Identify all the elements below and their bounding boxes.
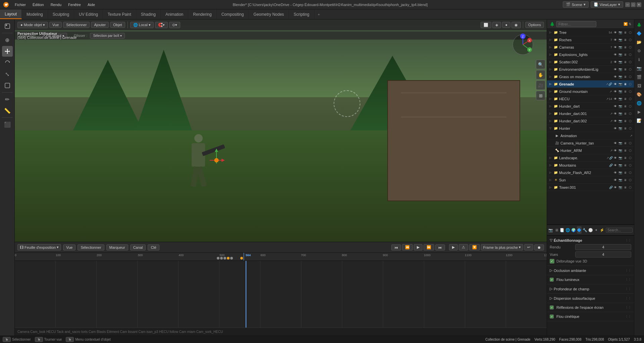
outliner-item-ground[interactable]: ▷ 📁 Ground mountain ↗ 👁 📷 🖥 ⬡ [547, 88, 634, 95]
outliner-search[interactable] [556, 21, 596, 27]
visibility-select-mzl[interactable]: ⬡ [628, 170, 633, 175]
maximize-button[interactable]: □ [631, 2, 636, 7]
outliner-item-camera-hunter[interactable]: 🎥 Camera_Hunter_tan 👁 📷 🖥 ⬡ [547, 139, 634, 147]
frame-mode-button[interactable]: Frame la plus proche ▾ [481, 244, 523, 250]
visibility-select-env[interactable]: ⬡ [628, 67, 633, 72]
expand-arrow-hunder-dart[interactable]: ▷ [548, 104, 552, 108]
outliner-item-env[interactable]: ▷ 📁 EnvironmentAmbientLig 👁 📷 🖥 ⬡ [547, 66, 634, 73]
visibility-viewport-cameras[interactable]: 🖥 [623, 45, 628, 50]
axis-gizmo[interactable]: Z Y X [511, 33, 535, 56]
zoom-in-button[interactable]: 🔍 [536, 60, 545, 69]
timeline-view-button[interactable]: Vue [63, 244, 76, 250]
flou-lumineux-checkbox[interactable]: ✓ [550, 278, 554, 282]
dispersion-menu[interactable]: ⋮⋮ [625, 297, 631, 300]
expand-arrow-grenade[interactable]: ▷ [548, 82, 552, 86]
visibility-viewport-grass[interactable]: 🖥 [623, 74, 628, 79]
visibility-eye-ch[interactable]: 👁 [613, 141, 617, 146]
outliner-item-explosions[interactable]: ▷ 📁 Explosions_lights 👁 📷 🖥 ⬡ [547, 51, 634, 58]
visibility-eye-explosions[interactable]: 👁 [613, 52, 617, 57]
visibility-viewport-twr[interactable]: 🖥 [623, 185, 628, 190]
visibility-render-sun[interactable]: 📷 [618, 178, 623, 182]
visibility-render-mts[interactable]: 📷 [618, 163, 623, 168]
sampling-section-title[interactable]: ▽ Échantillonnage ⋮⋮ [550, 237, 631, 243]
visibility-select-hecu[interactable]: ⬡ [628, 97, 633, 101]
outliner-item-muzzle[interactable]: ▷ 📁 Muzzle_Flash_AR2 👁 📷 🖥 ⬡ [547, 169, 634, 176]
proportional-button[interactable]: ⊙▾ [169, 22, 180, 28]
visibility-eye-ground[interactable]: 👁 [613, 89, 617, 94]
visibility-select-mts[interactable]: ⬡ [628, 163, 633, 168]
tab-geometry-nodes[interactable]: Geometry Nodes [249, 9, 289, 19]
sync-button[interactable]: ⚠ [459, 244, 468, 250]
right-icon-script[interactable]: 📝 [635, 117, 643, 125]
slide-selector[interactable]: Sélection par boît ▾ [90, 33, 125, 39]
viewport-mode-button[interactable]: ● Mode objet ▾ [17, 22, 48, 28]
timeline-main[interactable] [15, 261, 547, 328]
menu-aide[interactable]: Aide [85, 2, 98, 7]
visibility-select-hd[interactable]: ⬡ [628, 104, 633, 109]
visibility-select-ch[interactable]: ⬡ [628, 141, 633, 146]
options-button[interactable]: Options [525, 22, 544, 28]
snap-button[interactable]: 🧲▾ [155, 22, 168, 28]
flou-cin-checkbox[interactable]: ✓ [550, 315, 554, 319]
visibility-render-cameras[interactable]: 📷 [618, 45, 623, 50]
tab-animation[interactable]: Animation [161, 9, 188, 19]
visibility-render-hd[interactable]: 📷 [618, 104, 623, 109]
visibility-eye-cameras[interactable]: 👁 [613, 45, 617, 50]
record-button[interactable]: ⏺ [534, 244, 544, 250]
expand-arrow-hunter[interactable]: ▽ [548, 126, 552, 130]
visibility-render-env[interactable]: 📷 [618, 67, 623, 72]
visibility-viewport-hd[interactable]: 🖥 [623, 104, 628, 109]
prop-tab-material[interactable]: ⚪ [588, 226, 593, 234]
visibility-render-hunter[interactable]: 📷 [618, 126, 623, 131]
outliner-item-tower[interactable]: ▷ 📁 Tower.001 🔗 👁 📷 🖥 ⬡ [547, 184, 634, 191]
status-select-button[interactable]: 🖱 [3, 337, 11, 342]
outliner-item-roches[interactable]: ▷ 📁 Roches 7 👁 📷 🖥 ⬡ [547, 36, 634, 44]
minimize-button[interactable]: ─ [625, 2, 630, 7]
visibility-viewport-tree[interactable]: 🖥 [623, 30, 628, 35]
viewport-3d[interactable]: ● Mode objet ▾ Vue Sélectionner Ajouter … [15, 19, 547, 242]
play-mode-button[interactable]: ▶ [449, 244, 458, 250]
visibility-render-grass[interactable]: 📷 [618, 74, 623, 79]
prop-tab-object[interactable]: 🔷 [577, 226, 582, 234]
outliner-item-grass[interactable]: ▷ 📁 Grass on mountain 👁 📷 🖥 ⬡ [547, 73, 634, 80]
tab-scripting[interactable]: Scripting [289, 9, 314, 19]
visibility-viewport-roches[interactable]: 🖥 [623, 38, 628, 42]
visibility-eye-scatter[interactable]: 👁 [613, 60, 617, 64]
expand-arrow-landscape[interactable]: ▷ [548, 156, 552, 160]
status-turn-button[interactable]: 🖱 [35, 337, 43, 342]
visibility-render-hd002[interactable]: 📷 [618, 119, 623, 123]
timeline-key-button[interactable]: Clé [148, 244, 159, 250]
outliner-item-sun[interactable]: ▷ ☀ Sun 👁 📷 🖥 ⬡ [547, 176, 634, 184]
status-context-button[interactable]: 🖱 [66, 337, 74, 342]
visibility-render-twr[interactable]: 📷 [618, 185, 623, 190]
expand-arrow-roches[interactable]: ▷ [548, 38, 552, 42]
camera-view-button[interactable]: 🎥 [536, 80, 545, 90]
rendu-value[interactable]: 4 [575, 244, 631, 250]
visibility-eye-grass[interactable]: 👁 [613, 74, 617, 79]
viewport-select-button[interactable]: Sélectionner [63, 22, 90, 28]
visibility-eye-tree[interactable]: 👁 [613, 30, 617, 35]
filter-button[interactable]: 🔽 [469, 244, 480, 250]
reflexions-title[interactable]: ✓ Réflexions de l'espace écran ⋮⋮ [550, 304, 631, 310]
visibility-render-ha[interactable]: 📷 [618, 148, 623, 153]
expand-arrow-explosions[interactable]: ▷ [548, 53, 552, 57]
menu-rendu[interactable]: Rendu [48, 2, 64, 7]
visibility-select-twr[interactable]: ⬡ [628, 185, 633, 190]
right-icon-properties[interactable]: 🔷 [635, 30, 643, 38]
reflexions-checkbox[interactable]: ✓ [550, 305, 554, 309]
move-tool-button[interactable] [2, 46, 13, 57]
visibility-render-mzl[interactable]: 📷 [618, 170, 623, 175]
visibility-viewport-hd001[interactable]: 🖥 [623, 111, 628, 116]
visibility-viewport-explosions[interactable]: 🖥 [623, 52, 628, 57]
visibility-render-grenade[interactable]: 📷 [618, 82, 623, 87]
visibility-viewport-grenade[interactable]: 🖥 [623, 82, 628, 87]
visibility-select-explosions[interactable]: ⬡ [628, 52, 633, 57]
visibility-viewport-hd002[interactable]: 🖥 [623, 119, 628, 123]
scene-selector[interactable]: 🎬 Scene ▾ [563, 1, 589, 8]
visibility-eye-grenade[interactable]: 👁 [613, 82, 617, 87]
debriuage-checkbox[interactable]: ✓ [550, 259, 554, 264]
visibility-select-ls[interactable]: ⬡ [628, 156, 633, 160]
outliner-item-tree[interactable]: ▷ 📁 Tree 54 👁 📷 🖥 ⬡ [547, 29, 634, 36]
visibility-select-grass[interactable]: ⬡ [628, 74, 633, 79]
prev-frame-button[interactable]: ⏪ [402, 244, 413, 250]
